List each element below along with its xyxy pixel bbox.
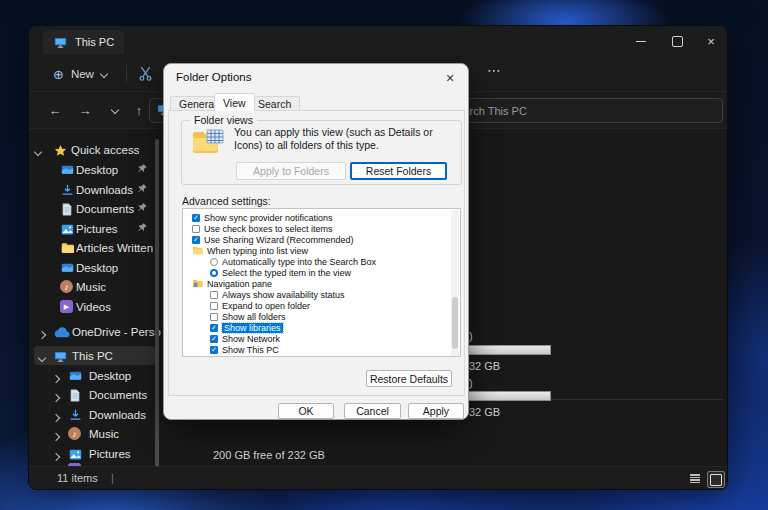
toolbar-separator — [126, 65, 127, 83]
sidebar-item-desktop[interactable]: Desktop — [29, 160, 161, 179]
restore-defaults-button[interactable]: Restore Defaults — [366, 370, 452, 387]
setting-group-row[interactable]: Navigation pane — [183, 278, 460, 289]
tab-search[interactable]: Search — [249, 96, 300, 111]
radio-selected[interactable] — [210, 269, 218, 277]
minimize-button[interactable] — [624, 26, 658, 56]
folder-icon — [192, 246, 203, 255]
desktop-icon — [60, 163, 74, 177]
sidebar-item-videos[interactable]: ▶ Videos — [29, 297, 161, 316]
music-icon: ♪ — [60, 280, 73, 293]
search-input[interactable] — [442, 99, 722, 122]
pictures-icon — [68, 447, 82, 461]
tab-view[interactable]: View — [214, 93, 255, 111]
setting-row-selected[interactable]: ✓ Show libraries — [183, 322, 461, 333]
downloads-icon — [68, 408, 82, 422]
checkbox-unchecked[interactable] — [210, 291, 218, 299]
dialog-close-icon[interactable]: × — [441, 69, 459, 87]
folder-options-dialog: Folder Options × General View Search Fol… — [163, 63, 469, 420]
sidebar-item-pc-downloads[interactable]: Downloads — [29, 405, 161, 424]
setting-row[interactable]: ✓ Show Network — [183, 333, 461, 344]
sidebar-item-desktop-2[interactable]: Desktop — [29, 258, 161, 277]
setting-row[interactable]: Expand to open folder — [183, 300, 461, 311]
new-button-label: New — [71, 68, 94, 80]
screen: This PC × ⊕ New ⋯ ← → ↑ — [0, 0, 768, 510]
checkbox-unchecked[interactable] — [192, 225, 200, 233]
plus-circle-icon: ⊕ — [53, 67, 64, 82]
sidebar-item-this-pc[interactable]: This PC — [34, 346, 156, 365]
forward-icon[interactable]: → — [75, 100, 95, 120]
setting-row[interactable]: Select the typed item in the view — [183, 267, 461, 278]
back-icon[interactable]: ← — [45, 100, 65, 120]
setting-row[interactable]: Show all folders — [183, 311, 461, 322]
music-icon: ♪ — [68, 427, 81, 440]
checkbox-checked[interactable]: ✓ — [192, 236, 200, 244]
reset-folders-button[interactable]: Reset Folders — [350, 162, 447, 180]
folder-views-description: You can apply this view (such as Details… — [234, 126, 462, 152]
setting-row[interactable]: Automatically type into the Search Box — [183, 256, 461, 267]
apply-button[interactable]: Apply — [408, 403, 464, 419]
folder-views-group: Folder views You can apply this view (su… — [181, 120, 462, 185]
new-button[interactable]: ⊕ New — [43, 61, 117, 87]
window-tab-this-pc[interactable]: This PC — [43, 30, 124, 54]
documents-icon — [60, 202, 74, 216]
folder-views-icon — [192, 129, 224, 157]
downloads-icon — [60, 183, 74, 197]
sidebar-item-pc-documents[interactable]: Documents — [29, 385, 161, 404]
sidebar-item-downloads[interactable]: Downloads — [29, 180, 161, 199]
item-count: 11 items — [57, 472, 98, 484]
radio-unselected[interactable] — [210, 258, 218, 266]
apply-to-folders-button[interactable]: Apply to Folders — [236, 162, 346, 180]
see-more-icon[interactable]: ⋯ — [487, 62, 501, 78]
sidebar-scrollbar[interactable] — [155, 139, 159, 466]
window-title: This PC — [75, 36, 114, 48]
details-view-icon[interactable] — [687, 471, 703, 486]
sidebar-item-pictures[interactable]: Pictures — [29, 219, 161, 238]
setting-group-row[interactable]: When typing into list view — [183, 245, 460, 256]
checkbox-checked[interactable]: ✓ — [192, 214, 200, 222]
navigation-pane-icon — [192, 279, 203, 288]
large-icons-view-icon[interactable] — [707, 471, 725, 488]
this-pc-icon — [53, 35, 67, 49]
setting-row[interactable]: ✓ Show sync provider notifications — [183, 212, 460, 223]
pictures-icon — [60, 222, 74, 236]
recent-locations-icon[interactable] — [105, 100, 125, 120]
list-scrollbar[interactable] — [451, 210, 459, 356]
dialog-title: Folder Options — [176, 71, 251, 83]
folder-icon — [60, 241, 74, 255]
navigation-pane: Quick access Desktop Downloads Documents — [29, 129, 161, 466]
pin-icon — [137, 163, 149, 175]
maximize-button[interactable] — [660, 26, 694, 56]
drive-usage-bar — [465, 345, 551, 355]
sidebar-item-music[interactable]: ♪ Music — [29, 277, 161, 296]
ok-button[interactable]: OK — [278, 403, 334, 419]
sidebar-item-documents[interactable]: Documents — [29, 199, 161, 218]
checkbox-checked[interactable]: ✓ — [210, 346, 218, 354]
sidebar-item-onedrive[interactable]: OneDrive - Person — [29, 322, 161, 341]
setting-row[interactable]: ✓ Show This PC — [183, 344, 461, 355]
pin-icon — [137, 222, 149, 234]
checkbox-unchecked[interactable] — [210, 302, 218, 310]
drive-free-space: 200 GB free of 232 GB — [213, 449, 325, 461]
cut-icon[interactable] — [137, 65, 154, 86]
close-button[interactable]: × — [694, 26, 728, 56]
setting-row[interactable]: Use check boxes to select items — [183, 223, 460, 234]
chevron-down-icon — [100, 70, 108, 78]
checkbox-checked[interactable]: ✓ — [210, 335, 218, 343]
advanced-settings-list: ✓ Show sync provider notifications Use c… — [182, 208, 461, 357]
videos-icon: ▶ — [60, 300, 73, 313]
sidebar-item-pc-desktop[interactable]: Desktop — [29, 366, 161, 385]
drive-usage-bar — [465, 391, 551, 401]
setting-row[interactable]: ✓ Use Sharing Wizard (Recommended) — [183, 234, 460, 245]
list-scrollbar-thumb[interactable] — [452, 297, 458, 349]
folder-views-legend: Folder views — [190, 114, 257, 126]
sidebar-item-pc-music[interactable]: ♪ Music — [29, 424, 161, 443]
up-icon[interactable]: ↑ — [129, 100, 149, 120]
sidebar-item-quick-access[interactable]: Quick access — [29, 140, 161, 159]
desktop-icon — [60, 261, 74, 275]
checkbox-checked[interactable]: ✓ — [210, 324, 218, 332]
view-tab-page: Folder views You can apply this view (su… — [168, 110, 465, 396]
setting-row[interactable]: Always show availability status — [183, 289, 461, 300]
cancel-button[interactable]: Cancel — [344, 403, 401, 419]
checkbox-unchecked[interactable] — [210, 313, 218, 321]
sidebar-item-articles-written[interactable]: Articles Written — [29, 238, 161, 257]
